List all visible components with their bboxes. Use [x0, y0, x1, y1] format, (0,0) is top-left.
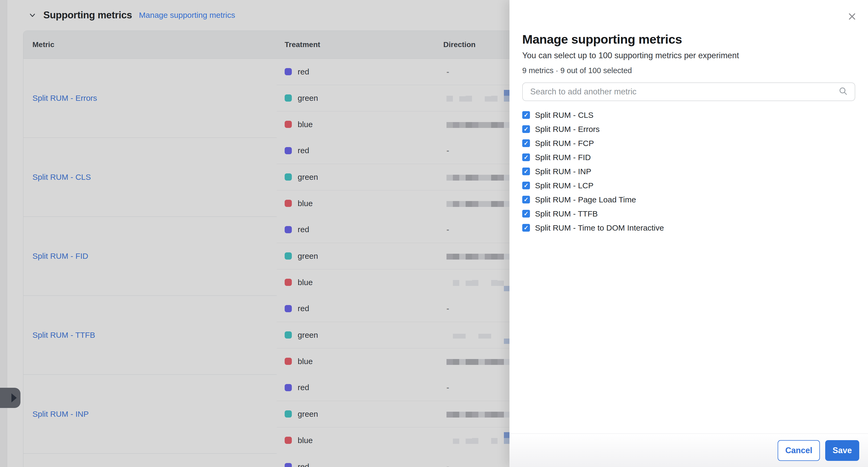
metric-list-item[interactable]: ✓Split RUM - LCP [522, 178, 855, 193]
metric-list-item[interactable]: ✓Split RUM - Errors [522, 122, 855, 136]
metric-item-label: Split RUM - TTFB [535, 209, 598, 218]
manage-supporting-metrics-panel: Manage supporting metrics You can select… [509, 0, 868, 467]
checkbox-checked-icon[interactable]: ✓ [522, 182, 530, 189]
metric-list-item[interactable]: ✓Split RUM - Page Load Time [522, 193, 855, 207]
metric-search-box [522, 83, 855, 101]
metric-list-item[interactable]: ✓Split RUM - INP [522, 164, 855, 178]
metric-item-label: Split RUM - LCP [535, 181, 593, 190]
search-input[interactable] [530, 87, 838, 96]
checkbox-checked-icon[interactable]: ✓ [522, 139, 530, 147]
checkbox-checked-icon[interactable]: ✓ [522, 111, 530, 119]
metric-list-item[interactable]: ✓Split RUM - CLS [522, 108, 855, 122]
metric-list-item[interactable]: ✓Split RUM - FID [522, 150, 855, 164]
checkbox-checked-icon[interactable]: ✓ [522, 125, 530, 133]
checkbox-checked-icon[interactable]: ✓ [522, 210, 530, 217]
panel-title: Manage supporting metrics [522, 32, 855, 47]
search-icon [838, 86, 848, 97]
metric-item-label: Split RUM - FCP [535, 139, 594, 148]
panel-footer: Cancel Save [509, 434, 868, 467]
selection-count-text: 9 metrics · 9 out of 100 selected [522, 66, 855, 75]
metric-item-label: Split RUM - Errors [535, 125, 599, 134]
save-button[interactable]: Save [825, 440, 859, 461]
metric-item-label: Split RUM - FID [535, 153, 591, 162]
metric-item-label: Split RUM - INP [535, 167, 591, 176]
checkbox-checked-icon[interactable]: ✓ [522, 224, 530, 232]
panel-subtitle: You can select up to 100 supporting metr… [522, 51, 855, 60]
checkbox-checked-icon[interactable]: ✓ [522, 168, 530, 175]
metric-item-label: Split RUM - Time to DOM Interactive [535, 224, 664, 232]
metric-list-item[interactable]: ✓Split RUM - Time to DOM Interactive [522, 221, 855, 235]
cancel-button[interactable]: Cancel [778, 440, 820, 461]
metric-list-item[interactable]: ✓Split RUM - FCP [522, 136, 855, 150]
checkbox-checked-icon[interactable]: ✓ [522, 196, 530, 203]
panel-body: Manage supporting metrics You can select… [509, 0, 868, 434]
metric-checkbox-list: ✓Split RUM - CLS✓Split RUM - Errors✓Spli… [522, 108, 855, 235]
metric-item-label: Split RUM - Page Load Time [535, 195, 636, 204]
checkbox-checked-icon[interactable]: ✓ [522, 153, 530, 161]
metric-item-label: Split RUM - CLS [535, 111, 593, 120]
metric-list-item[interactable]: ✓Split RUM - TTFB [522, 207, 855, 221]
